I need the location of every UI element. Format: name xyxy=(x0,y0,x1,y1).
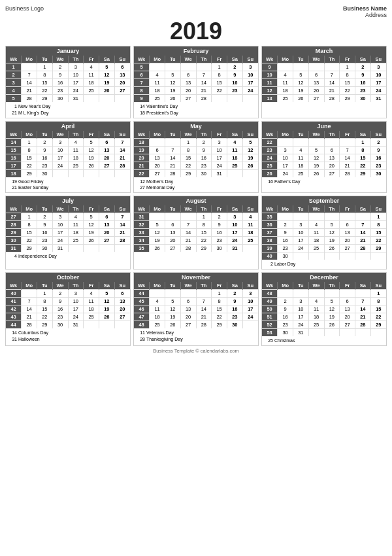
page: Business Logo Business Name Address 2019… xyxy=(0,0,392,556)
cal-cell: 49 xyxy=(262,297,278,305)
cal-cell: 35 xyxy=(134,245,150,252)
cal-cell: 31 xyxy=(52,245,68,252)
cal-cell: 9 xyxy=(212,221,227,229)
col-header-mo: Mo xyxy=(150,131,165,139)
cal-cell: 5 xyxy=(99,63,115,71)
cal-cell: 4 xyxy=(150,297,165,305)
cal-cell: 9 xyxy=(37,221,53,229)
cal-cell xyxy=(114,169,130,177)
cal-cell: 38 xyxy=(262,237,278,245)
cal-cell: 6 xyxy=(308,71,324,79)
cal-cell: 11 xyxy=(150,305,165,313)
cal-cell xyxy=(242,321,258,328)
cal-cell: 21 xyxy=(22,87,37,95)
cal-cell: 21 xyxy=(355,313,371,321)
holidays: 2Labor Day xyxy=(262,260,386,269)
cal-cell: 4 xyxy=(242,213,258,221)
cal-cell: 7 xyxy=(340,146,355,154)
cal-cell: 12 xyxy=(99,297,115,305)
cal-cell xyxy=(278,213,293,221)
cal-cell: 27 xyxy=(340,245,355,252)
holiday-name: Good Friday xyxy=(18,179,44,184)
cal-cell: 21 xyxy=(134,162,150,169)
month-title: November xyxy=(134,273,258,282)
cal-cell: 6 xyxy=(99,213,115,221)
cal-cell: 4 xyxy=(6,87,22,95)
holiday-num: 12 xyxy=(136,179,145,185)
cal-cell xyxy=(99,321,115,328)
cal-cell: 11 xyxy=(278,79,293,87)
footer: Business Template © calendarlabs.com xyxy=(5,348,387,354)
cal-cell: 19 xyxy=(99,305,115,313)
cal-cell: 5 xyxy=(293,71,309,79)
holiday-name: Easter Sunday xyxy=(18,185,48,190)
col-header-we: We xyxy=(52,131,68,139)
cal-cell: 30 xyxy=(52,95,68,103)
month-title: July xyxy=(6,196,130,205)
cal-cell: 12 xyxy=(293,79,309,87)
cal-cell: 13 xyxy=(165,229,181,237)
cal-cell xyxy=(355,328,371,336)
holiday-item: 21M L King's Day xyxy=(8,110,128,116)
holidays: 11Veterans Day28Thanksgiving Day xyxy=(134,328,258,344)
cal-cell: 6 xyxy=(324,146,340,154)
cal-cell: 17 xyxy=(68,305,84,313)
holiday-name: Independence Day xyxy=(18,254,57,258)
holiday-num: 14 xyxy=(136,103,145,110)
cal-cell: 30 xyxy=(196,169,212,177)
cal-cell: 15 xyxy=(370,229,386,237)
cal-cell: 1 xyxy=(340,63,355,71)
col-header-wk: Wk xyxy=(262,56,278,63)
holidays: 12Mother's Day27Memorial Day xyxy=(134,177,258,193)
col-header-sa: Sa xyxy=(227,282,243,290)
col-header-wk: Wk xyxy=(6,205,22,213)
cal-cell: 14 xyxy=(6,138,22,146)
cal-cell: 11 xyxy=(150,79,165,87)
col-header-we: We xyxy=(180,205,196,213)
cal-cell: 7 xyxy=(165,146,181,154)
cal-cell: 34 xyxy=(134,237,150,245)
cal-cell: 28 xyxy=(355,321,371,328)
cal-cell: 25 xyxy=(68,237,84,245)
cal-cell: 3 xyxy=(242,289,258,297)
month-title: February xyxy=(134,46,258,56)
cal-cell: 18 xyxy=(68,154,84,162)
cal-cell: 14 xyxy=(22,305,37,313)
cal-cell: 24 xyxy=(52,237,68,245)
cal-cell xyxy=(293,213,309,221)
cal-cell: 18 xyxy=(150,313,165,321)
cal-cell: 19 xyxy=(150,237,165,245)
cal-cell: 28 xyxy=(324,95,340,103)
cal-cell: 19 xyxy=(84,154,99,162)
cal-cell: 25 xyxy=(68,162,84,169)
cal-cell: 15 xyxy=(355,154,371,162)
cal-cell: 8 xyxy=(212,71,227,79)
holiday-item: 14Valentine's Day xyxy=(136,103,256,110)
cal-cell: 2 xyxy=(196,138,212,146)
cal-cell: 29 xyxy=(212,321,227,328)
cal-cell: 5 xyxy=(6,95,22,103)
month-block-april: AprilWkMoTuWeThFrSaSu1412345671589101112… xyxy=(5,121,131,194)
cal-cell xyxy=(370,252,386,260)
cal-cell: 13 xyxy=(308,79,324,87)
cal-cell: 31 xyxy=(68,95,84,103)
holiday-num: 21 xyxy=(8,110,17,116)
cal-cell xyxy=(308,328,324,336)
cal-cell: 11 xyxy=(84,71,99,79)
cal-cell: 19 xyxy=(293,87,309,95)
cal-cell xyxy=(165,289,181,297)
cal-cell: 16 xyxy=(212,229,227,237)
holiday-name: M L King's Day xyxy=(18,111,49,115)
cal-cell: 23 xyxy=(52,87,68,95)
cal-cell: 26 xyxy=(308,169,324,177)
cal-cell: 28 xyxy=(22,95,37,103)
cal-cell: 29 xyxy=(370,245,386,252)
cal-cell xyxy=(340,328,355,336)
cal-cell: 15 xyxy=(37,305,53,313)
cal-cell: 17 xyxy=(370,79,386,87)
cal-cell: 28 xyxy=(114,162,130,169)
cal-cell: 20 xyxy=(99,229,115,237)
cal-cell: 21 xyxy=(340,162,355,169)
cal-cell: 30 xyxy=(278,252,293,260)
holiday-num: 19 xyxy=(8,179,17,185)
